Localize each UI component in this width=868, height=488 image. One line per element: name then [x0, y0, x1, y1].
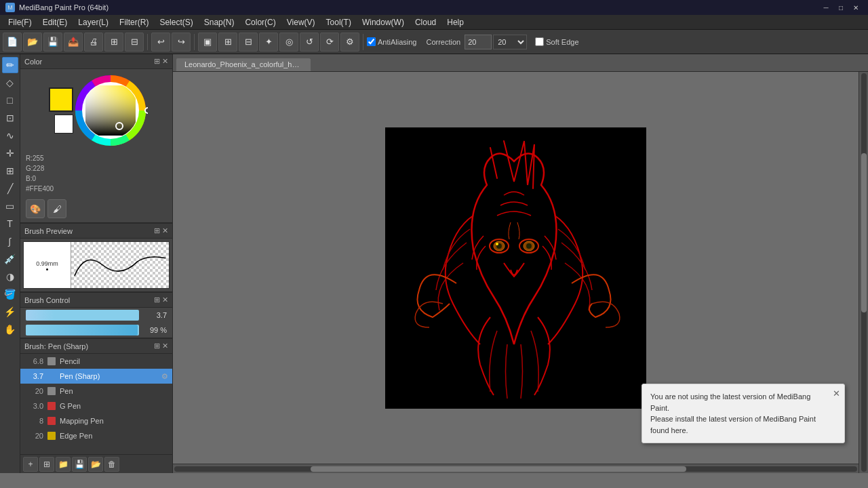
- soft-edge-checkbox[interactable]: [535, 37, 544, 46]
- brush-item-pen-sharp[interactable]: 3.7 Pen (Sharp) ⚙: [20, 369, 172, 384]
- toolbar-undo-button[interactable]: ↩: [151, 33, 170, 52]
- color-panel-expand[interactable]: ⊞: [154, 57, 160, 66]
- toolbar-snap-button[interactable]: ✦: [259, 33, 278, 52]
- tool-text[interactable]: T: [2, 216, 18, 232]
- color-wheel[interactable]: [73, 73, 148, 148]
- toolbar-new-button[interactable]: 📄: [3, 33, 22, 52]
- menu-view[interactable]: View(V): [281, 16, 321, 28]
- maximize-button[interactable]: □: [834, 2, 848, 13]
- tool-gradient[interactable]: ◑: [2, 268, 18, 285]
- tool-transform[interactable]: ⊞: [2, 163, 18, 179]
- brush-save-button[interactable]: 💾: [72, 457, 87, 472]
- brush-folder-button[interactable]: 📁: [56, 457, 71, 472]
- brush-preview-expand[interactable]: ⊞: [154, 226, 160, 235]
- brush-preview-area: 0.99mm: [23, 241, 170, 289]
- toolbar-open-button[interactable]: 📂: [23, 33, 42, 52]
- brush-control-expand[interactable]: ⊞: [154, 296, 160, 304]
- tool-move[interactable]: ✛: [2, 145, 18, 161]
- canvas-area: Leonardo_Phoenix_a_colorful_humanwolf_hy…: [173, 54, 868, 473]
- canvas-viewport[interactable]: ✕ You are not using the latest version o…: [173, 72, 859, 464]
- h-scroll-thumb[interactable]: [311, 466, 686, 472]
- brush-item-pencil[interactable]: 6.8 Pencil: [20, 354, 172, 369]
- toolbar-export-button[interactable]: 📤: [64, 33, 83, 52]
- toolbar-sep2: [194, 34, 195, 50]
- toolbar-btn6[interactable]: ⊞: [104, 33, 123, 52]
- primary-color-swatch[interactable]: [49, 87, 73, 112]
- color-palette-button[interactable]: 🖌: [47, 199, 66, 218]
- tool-hand[interactable]: ✋: [2, 321, 18, 338]
- notification-close-button[interactable]: ✕: [833, 387, 840, 401]
- toolbar-save-button[interactable]: 💾: [43, 33, 62, 52]
- correction-dropdown[interactable]: 20 0 5 10 15 25: [493, 35, 527, 49]
- tool-pen[interactable]: ✏: [2, 57, 18, 73]
- toolbar-redo-button[interactable]: ↪: [172, 33, 191, 52]
- v-scroll-track[interactable]: [861, 73, 867, 472]
- menu-color[interactable]: Color(C): [239, 16, 281, 28]
- toolbar-settings-button[interactable]: ⚙: [340, 33, 359, 52]
- correction-value-box[interactable]: 20: [465, 35, 492, 49]
- toolbar-btn7[interactable]: ⊟: [125, 33, 144, 52]
- menu-cloud[interactable]: Cloud: [410, 16, 441, 28]
- brush-item-edge-pen[interactable]: 20 Edge Pen: [20, 428, 172, 443]
- menu-select[interactable]: Select(S): [154, 16, 198, 28]
- brush-list-close[interactable]: ✕: [162, 342, 168, 350]
- anti-aliasing-checkbox[interactable]: [367, 37, 376, 46]
- brush-opacity-slider[interactable]: [26, 325, 139, 336]
- tool-eyedropper[interactable]: 💉: [2, 251, 18, 267]
- toolbar-print-button[interactable]: 🖨: [84, 33, 103, 52]
- menu-file[interactable]: File(F): [3, 16, 37, 28]
- menu-snap[interactable]: Snap(N): [199, 16, 240, 28]
- menu-help[interactable]: Help: [441, 16, 469, 28]
- brush-list-expand[interactable]: ⊞: [154, 342, 160, 350]
- tool-smudge[interactable]: ⚡: [2, 304, 18, 320]
- tool-rectangle[interactable]: ▭: [2, 198, 18, 214]
- secondary-color-swatch[interactable]: [54, 115, 73, 134]
- color-panel: Color ⊞ ✕: [20, 54, 172, 222]
- minimize-button[interactable]: ─: [819, 2, 833, 13]
- canvas-tab-main[interactable]: Leonardo_Phoenix_a_colorful_humanwolf_hy…: [176, 58, 311, 71]
- brush-copy-button[interactable]: ⊞: [39, 457, 54, 472]
- horizontal-scrollbar[interactable]: [173, 464, 859, 473]
- menu-filter[interactable]: Filter(R): [114, 16, 154, 28]
- h-scroll-track[interactable]: [174, 466, 857, 472]
- brush-edge-pen-name: Edge Pen: [60, 432, 168, 440]
- toolbar-grid-button[interactable]: ⊞: [218, 33, 237, 52]
- menu-layer[interactable]: Layer(L): [73, 16, 114, 28]
- toolbar-refresh-button[interactable]: ⟳: [320, 33, 339, 52]
- tool-lasso[interactable]: ∿: [2, 127, 18, 144]
- close-button[interactable]: ✕: [849, 2, 863, 13]
- color-picker-button[interactable]: 🎨: [26, 199, 45, 218]
- tool-correction[interactable]: ∫: [2, 233, 18, 249]
- toolbar-rotate-button[interactable]: ↺: [300, 33, 319, 52]
- color-panel-close[interactable]: ✕: [162, 57, 168, 66]
- brush-item-mapping-pen[interactable]: 8 Mapping Pen: [20, 413, 172, 428]
- brush-item-pen[interactable]: 20 Pen: [20, 384, 172, 399]
- menu-window[interactable]: Window(W): [357, 16, 410, 28]
- tool-select[interactable]: ⊡: [2, 110, 18, 126]
- toolbar-select-button[interactable]: ▣: [198, 33, 217, 52]
- brush-preview-close[interactable]: ✕: [162, 226, 168, 235]
- canvas-image[interactable]: [385, 127, 646, 409]
- brush-add-button[interactable]: +: [23, 457, 38, 472]
- toolbar-circle-button[interactable]: ◎: [279, 33, 298, 52]
- vertical-scrollbar[interactable]: [859, 72, 868, 473]
- toolbar-ruler-button[interactable]: ⊟: [239, 33, 258, 52]
- brush-delete-button[interactable]: 🗑: [104, 457, 119, 472]
- brush-list-panel: Brush: Pen (Sharp) ⊞ ✕ 6.8 Pencil 3.7 Pe…: [20, 338, 172, 473]
- brush-list: 6.8 Pencil 3.7 Pen (Sharp) ⚙ 20 Pen 3.0: [20, 354, 172, 454]
- tool-eraser[interactable]: ◇: [2, 75, 18, 91]
- color-hex: #FFE400: [26, 184, 167, 194]
- menu-tool[interactable]: Tool(T): [321, 16, 357, 28]
- tool-bucket[interactable]: 🪣: [2, 286, 18, 302]
- brush-folder2-button[interactable]: 📂: [88, 457, 103, 472]
- brush-control-close[interactable]: ✕: [162, 296, 168, 304]
- brush-pen-sharp-settings[interactable]: ⚙: [161, 372, 168, 381]
- brush-preview-header: Brush Preview ⊞ ✕: [20, 224, 172, 239]
- brush-item-g-pen[interactable]: 3.0 G Pen: [20, 399, 172, 413]
- tool-line[interactable]: ╱: [2, 180, 18, 197]
- brush-size-slider[interactable]: [26, 310, 139, 321]
- v-scroll-thumb[interactable]: [861, 153, 867, 312]
- menu-edit[interactable]: Edit(E): [37, 16, 73, 28]
- tool-fill[interactable]: □: [2, 92, 18, 108]
- brush-mapping-pen-size: 8: [24, 417, 43, 425]
